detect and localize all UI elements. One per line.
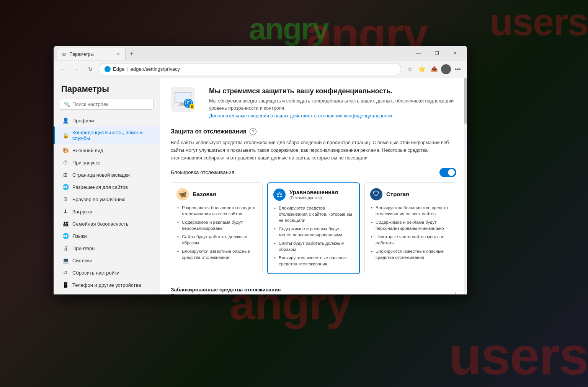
sidebar-item-newtab[interactable]: ⊞ Страница новой вкладки [54,169,160,181]
sidebar-item-reset[interactable]: ↺ Сбросить настройки [54,267,160,279]
sidebar-item-system[interactable]: 💻 Система [54,254,160,267]
privacy-icon-wrap: E [171,87,201,114]
blocked-trackers-item[interactable]: Заблокированные средства отслеживания Пр… [171,282,456,294]
newtab-icon: ⊞ [62,172,69,178]
window-controls: — ❐ ✕ [410,48,464,59]
downloads-label: Загрузки [72,209,92,215]
bg-text-2: users [490,0,588,44]
forward-button[interactable]: → [71,64,82,75]
strict-point-4: Блокируются известные опасные средства о… [370,247,451,262]
privacy-image-icon: E [171,87,195,112]
content-area: Параметры 🔍 👤 Профили 🔒 Конфиденциальнос… [54,78,467,294]
address-bar: ← → ↻ Edge | edge://settings/privacy ☆ ⭐… [54,60,467,78]
default-browser-icon: 🖥 [62,196,69,202]
basic-card[interactable]: 🦋 Базовая Разрешаются большинство средст… [171,182,263,275]
blocked-trackers-title: Заблокированные средства отслеживания [171,287,300,293]
bg-text-4: users [449,325,588,387]
appearance-label: Внешний вид [72,148,103,153]
maximize-button[interactable]: ❐ [428,48,446,59]
privacy-label: Конфиденциальность, поиск и службы [72,130,152,141]
basic-point-3: Сайты будут работать должным образом [176,233,257,247]
balanced-card-subtitle: (Рекомендуется) [289,195,338,200]
about-label: О программе Microsoft Edge [72,294,137,295]
balanced-point-1: Блокируются средства отслеживания с сайт… [273,204,354,224]
downloads-icon: ⬇ [62,208,69,215]
blocked-chevron-icon: › [454,290,456,294]
sidebar-item-phone[interactable]: 📱 Телефон и другие устройства [54,279,160,291]
family-label: Семейная безопасность [72,221,129,227]
edge-logo-icon [105,66,111,72]
strict-card[interactable]: 🛡 Строгая Блокируются большинство средст… [364,182,456,275]
blocked-trackers-desc: Просмотр веб-сайтов, которым мы запретил… [171,293,300,294]
family-icon: 👨‍👩‍👧 [62,221,69,227]
profiles-label: Профили [72,118,94,124]
sidebar-item-startup[interactable]: ⏱ При запуске [54,156,160,169]
balanced-card-titles: Уравновешенная (Рекомендуется) [289,189,338,200]
tracking-toggle-row: Блокировка отслеживания [171,168,456,177]
address-input[interactable]: Edge | edge://settings/privacy [99,63,401,75]
about-icon: 🔷 [62,294,69,294]
close-button[interactable]: ✕ [446,48,464,59]
address-separator: | [127,66,128,72]
sidebar-item-profiles[interactable]: 👤 Профили [54,114,160,127]
sidebar-item-privacy[interactable]: 🔒 Конфиденциальность, поиск и службы [54,127,160,144]
menu-icon[interactable]: ••• [452,64,463,75]
permissions-icon: 🌐 [62,184,69,190]
refresh-button[interactable]: ↻ [85,64,96,75]
system-icon: 💻 [62,257,69,263]
balanced-card[interactable]: ⚖ Уравновешенная (Рекомендуется) Блокиру… [267,182,360,275]
sidebar-item-appearance[interactable]: 🎨 Внешний вид [54,144,160,156]
phone-icon: 📱 [62,282,69,288]
startup-icon: ⏱ [62,159,69,166]
permissions-label: Разрешения для сайтов [72,184,128,190]
sidebar-item-printers[interactable]: 🖨 Принтеры [54,242,160,254]
basic-point-4: Блокируются известные опасные средства о… [176,247,257,262]
sidebar-item-languages[interactable]: 🌐 Языки [54,230,160,242]
main-panel: E Мы стремимся защитить вашу конфиденциа… [160,78,467,294]
sidebar-item-downloads[interactable]: ⬇ Загрузки [54,205,160,218]
svg-rect-7 [191,106,193,108]
sidebar-item-about[interactable]: 🔷 О программе Microsoft Edge [54,291,160,294]
balanced-card-icon: ⚖ [273,189,286,201]
sidebar-item-default-browser[interactable]: 🖥 Браузер по умолчанию [54,193,160,205]
search-box[interactable]: 🔍 [60,99,154,110]
sidebar-item-family[interactable]: 👨‍👩‍👧 Семейная безопасность [54,218,160,230]
collections-icon[interactable]: ⭐ [416,64,427,75]
tab-close-button[interactable]: ✕ [115,51,121,57]
share-icon[interactable]: 📤 [429,64,439,75]
balanced-point-3: Сайты будут работать должным образом [273,239,354,254]
basic-point-2: Содержимое и реклама будут персонализиро… [176,218,257,233]
new-tab-button[interactable]: + [126,49,137,59]
help-icon[interactable]: ? [250,128,256,135]
protection-cards: 🦋 Базовая Разрешаются большинство средст… [171,182,456,275]
balanced-card-title: Уравновешенная [289,189,338,195]
sidebar: Параметры 🔍 👤 Профили 🔒 Конфиденциальнос… [54,78,160,294]
search-input[interactable] [72,101,149,107]
tab-title: Параметры [69,52,94,57]
privacy-link[interactable]: Дополнительные сведения о наших действия… [209,113,392,119]
section-header: Защита от отслеживания ? [171,128,456,135]
basic-card-header: 🦋 Базовая [176,188,257,200]
section-title: Защита от отслеживания [171,128,247,135]
settings-tab[interactable]: ⚙ Параметры ✕ [57,48,126,60]
profile-icon[interactable] [441,64,451,74]
startup-label: При запуске [72,160,101,166]
sidebar-item-permissions[interactable]: 🌐 Разрешения для сайтов [54,181,160,193]
address-brand: Edge [113,66,124,72]
blocked-trackers-content: Заблокированные средства отслеживания Пр… [171,287,300,294]
main-scrollbar[interactable] [464,78,467,294]
basic-card-points: Разрешаются большинство средств отслежив… [176,203,257,262]
address-url: edge://settings/privacy [131,66,180,72]
privacy-icon: 🔒 [62,132,69,138]
strict-point-1: Блокируются большинство средств отслежив… [370,203,451,218]
default-browser-label: Браузер по умолчанию [72,197,126,202]
languages-icon: 🌐 [62,233,69,239]
tracking-toggle[interactable] [439,168,456,177]
balanced-point-4: Блокируются известные опасные средства о… [273,254,354,268]
minimize-button[interactable]: — [410,48,427,59]
favorites-icon[interactable]: ☆ [404,64,415,75]
back-button[interactable]: ← [57,64,68,75]
strict-card-titles: Строгая [386,191,409,197]
strict-card-points: Блокируются большинство средств отслежив… [370,203,451,262]
privacy-description: Мы обязуемся всегда защищать и соблюдать… [209,98,456,112]
